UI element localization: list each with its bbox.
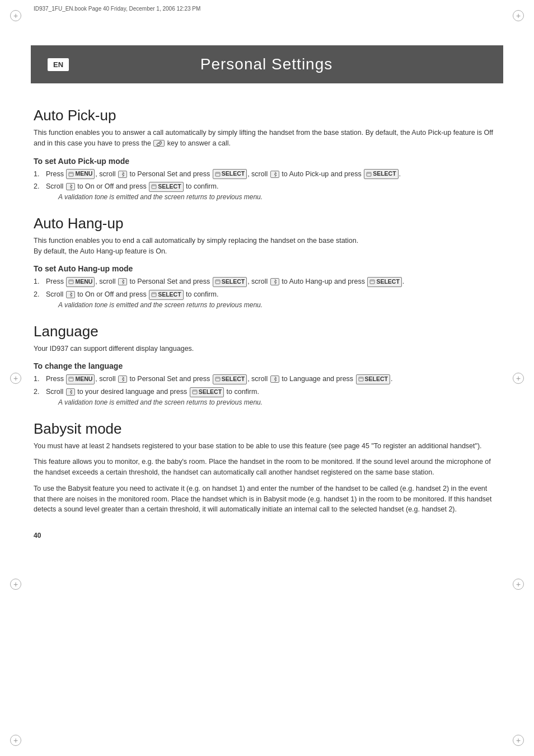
- select-btn-1b: SELECT: [364, 169, 398, 179]
- page-container: ID937_1FU_EN.book Page 40 Friday, Decemb…: [0, 0, 534, 756]
- svg-rect-28: [359, 377, 363, 381]
- select-btn-1a: SELECT: [213, 169, 247, 179]
- svg-rect-9: [152, 185, 156, 189]
- section-intro-babysit-1: You must have at least 2 handsets regist…: [34, 441, 500, 452]
- scroll-icon-2: [66, 183, 75, 190]
- select-btn-2: SELECT: [149, 182, 183, 192]
- talk-key-icon: [153, 140, 165, 147]
- corner-mark-tl: [10, 10, 21, 21]
- pickup-step-2: 2. Scroll to On or Off and press SELECT …: [34, 181, 500, 203]
- section-intro-language: Your ID937 can support different display…: [34, 344, 500, 354]
- section-intro-auto-pickup: This function enables you to answer a ca…: [34, 128, 500, 149]
- page-number: 40: [34, 532, 500, 539]
- pickup-step-1: 1. Press MENU , scroll to Personal Set a…: [34, 169, 500, 180]
- language-steps: 1. Press MENU , scroll to Personal Set a…: [34, 374, 500, 407]
- section-intro-auto-hangup: This function enables you to end a call …: [34, 236, 500, 257]
- svg-rect-20: [152, 293, 156, 297]
- corner-mark-ml: [10, 373, 21, 384]
- svg-rect-31: [193, 390, 197, 394]
- svg-rect-11: [69, 280, 73, 284]
- svg-rect-0: [69, 172, 73, 176]
- svg-rect-25: [216, 377, 220, 381]
- corner-mark-bl: [10, 735, 21, 746]
- subsection-title-set-pickup: To set Auto Pick-up mode: [34, 157, 500, 166]
- scroll-icon-1b: [270, 171, 279, 178]
- section-title-language: Language: [34, 323, 500, 340]
- scroll-icon-1a: [118, 171, 127, 178]
- section-title-auto-pickup: Auto Pick-up: [34, 107, 500, 124]
- menu-btn-l1: MENU: [66, 374, 95, 384]
- svg-rect-6: [367, 172, 371, 176]
- svg-rect-14: [216, 280, 220, 284]
- top-bar: ID937_1FU_EN.book Page 40 Friday, Decemb…: [0, 0, 534, 17]
- section-intro-babysit-2: This feature allows you to monitor, e.g.…: [34, 457, 500, 478]
- menu-btn-h1: MENU: [66, 277, 95, 287]
- scroll-icon-h1a: [118, 278, 127, 285]
- section-title-babysit: Babysit mode: [34, 420, 500, 438]
- language-step-2: 2. Scroll to your desired language and p…: [34, 387, 500, 408]
- en-badge: EN: [48, 58, 69, 71]
- section-title-auto-hangup: Auto Hang-up: [34, 215, 500, 232]
- validation-note-language: A validation tone is emitted and the scr…: [58, 398, 263, 406]
- select-btn-h1a: SELECT: [213, 277, 247, 287]
- select-btn-l2: SELECT: [190, 387, 224, 397]
- select-btn-h1b: SELECT: [367, 277, 401, 287]
- validation-note-hangup: A validation tone is emitted and the scr…: [58, 301, 263, 309]
- section-intro-babysit-3: To use the Babysit feature you need to a…: [34, 483, 500, 515]
- language-step-1: 1. Press MENU , scroll to Personal Set a…: [34, 374, 500, 384]
- corner-mark-br: [513, 735, 524, 746]
- select-btn-l1a: SELECT: [213, 374, 247, 384]
- scroll-icon-l2: [66, 388, 75, 396]
- corner-mark-tr: [513, 10, 524, 21]
- hangup-step-2: 2. Scroll to On or Off and press SELECT …: [34, 289, 500, 311]
- subsection-title-set-hangup: To set Auto Hang-up mode: [34, 264, 500, 273]
- hangup-step-1: 1. Press MENU , scroll to Personal Set a…: [34, 276, 500, 287]
- svg-rect-22: [69, 377, 73, 381]
- file-info: ID937_1FU_EN.book Page 40 Friday, Decemb…: [34, 6, 200, 12]
- scroll-icon-h1b: [270, 278, 279, 285]
- scroll-icon-h2: [66, 291, 75, 298]
- page-title: Personal Settings: [80, 55, 453, 73]
- corner-mark-mr: [513, 373, 524, 384]
- select-btn-l1b: SELECT: [356, 374, 390, 384]
- scroll-icon-l1b: [270, 375, 279, 383]
- corner-mark-bmr: [513, 579, 524, 590]
- svg-rect-17: [370, 280, 374, 284]
- content-area: Auto Pick-up This function enables you t…: [0, 83, 534, 556]
- hangup-steps: 1. Press MENU , scroll to Personal Set a…: [34, 276, 500, 310]
- svg-rect-3: [216, 172, 220, 176]
- menu-btn-1: MENU: [66, 169, 95, 179]
- validation-note-pickup: A validation tone is emitted and the scr…: [58, 193, 263, 201]
- pickup-steps: 1. Press MENU , scroll to Personal Set a…: [34, 169, 500, 203]
- subsection-title-change-language: To change the language: [34, 361, 500, 370]
- corner-mark-bml: [10, 579, 21, 590]
- select-btn-h2: SELECT: [149, 290, 183, 300]
- header-banner: EN Personal Settings: [31, 45, 503, 83]
- scroll-icon-l1a: [118, 375, 127, 383]
